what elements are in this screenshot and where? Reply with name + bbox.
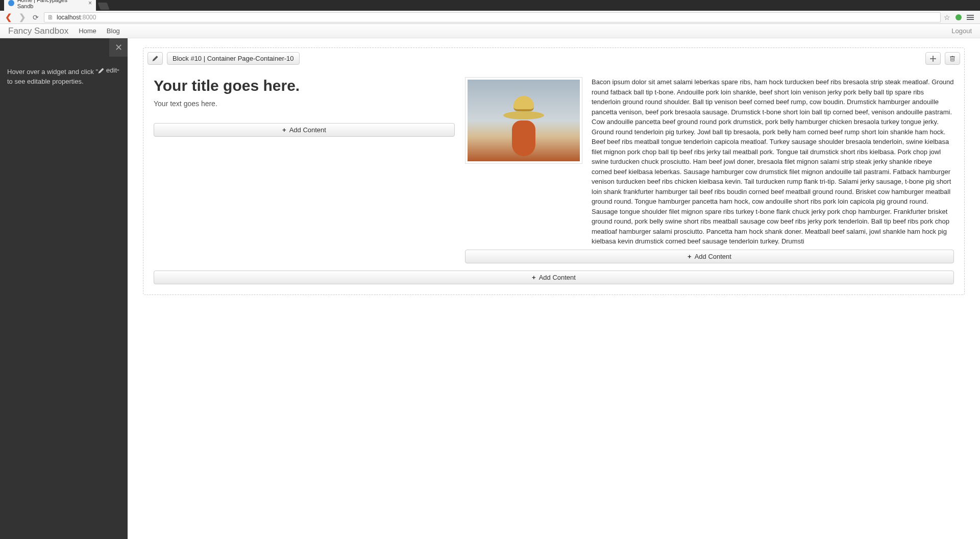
- content-title: Your title goes here.: [154, 77, 455, 94]
- edit-icon: [152, 56, 158, 62]
- edit-block-button[interactable]: [148, 52, 163, 65]
- hint-edit-word: edit: [106, 66, 117, 76]
- move-icon: [930, 56, 936, 62]
- hint-text-pre: Hover over a widget and click ": [7, 68, 98, 76]
- extension-icon[interactable]: [955, 14, 962, 20]
- app-navbar: Fancy Sandbox Home Blog Logout: [0, 24, 980, 38]
- bookmark-star-icon[interactable]: ☆: [944, 13, 950, 21]
- forward-button[interactable]: ❯: [17, 12, 28, 22]
- browser-tab[interactable]: Home | Fancypages Sandb ×: [4, 0, 96, 11]
- pencil-icon: [98, 67, 104, 74]
- plus-icon: +: [282, 126, 286, 134]
- chrome-menu-icon[interactable]: [967, 15, 974, 20]
- editor-canvas: Block #10 | Container Page-Container-10 …: [128, 38, 980, 539]
- favicon-icon: [8, 0, 14, 6]
- add-content-label: Add Content: [539, 274, 576, 281]
- add-content-bottom-button[interactable]: + Add Content: [154, 271, 954, 284]
- back-button[interactable]: ❮: [3, 12, 14, 22]
- text-block: Bacon ipsum dolor sit amet salami leberk…: [592, 77, 954, 247]
- block-left-column: Your title goes here. Your text goes her…: [154, 77, 455, 263]
- page-icon: 🗎: [47, 14, 54, 21]
- browser-tab-strip: Home | Fancypages Sandb ×: [0, 0, 980, 11]
- sidebar-close-button[interactable]: ✕: [109, 38, 128, 57]
- content-text: Your text goes here.: [154, 100, 455, 108]
- url-port: :8000: [81, 14, 96, 21]
- block-right-column: Bacon ipsum dolor sit amet salami leberk…: [465, 77, 954, 263]
- editor-sidebar: ✕ Hover over a widget and click " edit" …: [0, 38, 128, 539]
- url-host: localhost: [57, 14, 81, 21]
- move-block-button[interactable]: [925, 52, 941, 65]
- nav-home[interactable]: Home: [79, 27, 96, 35]
- tab-close-icon[interactable]: ×: [88, 0, 92, 7]
- sidebar-hint: Hover over a widget and click " edit" to…: [0, 38, 128, 94]
- block-label: Block #10 | Container Page-Container-10: [167, 52, 300, 65]
- plus-icon: +: [688, 253, 692, 260]
- delete-block-button[interactable]: [945, 52, 960, 65]
- tab-title: Home | Fancypages Sandb: [17, 0, 83, 9]
- edit-pill: edit: [98, 66, 117, 76]
- brand[interactable]: Fancy Sandbox: [8, 26, 68, 36]
- block-container: Block #10 | Container Page-Container-10 …: [143, 47, 965, 295]
- placeholder-image: [468, 80, 580, 161]
- block-header: Block #10 | Container Page-Container-10: [144, 49, 963, 68]
- add-content-label: Add Content: [695, 253, 731, 260]
- plus-icon: +: [532, 274, 536, 281]
- image-block: [465, 77, 582, 164]
- add-content-right-button[interactable]: + Add Content: [465, 250, 954, 263]
- new-tab-button[interactable]: [97, 3, 109, 10]
- browser-toolbar: ❮ ❯ ⟳ 🗎 localhost:8000 ☆: [0, 11, 980, 24]
- trash-icon: [949, 56, 955, 62]
- reload-button[interactable]: ⟳: [31, 13, 41, 21]
- nav-blog[interactable]: Blog: [107, 27, 120, 35]
- url-bar[interactable]: 🗎 localhost:8000: [44, 12, 941, 22]
- nav-logout[interactable]: Logout: [951, 27, 972, 35]
- add-content-left-button[interactable]: + Add Content: [154, 123, 455, 137]
- add-content-label: Add Content: [289, 126, 326, 134]
